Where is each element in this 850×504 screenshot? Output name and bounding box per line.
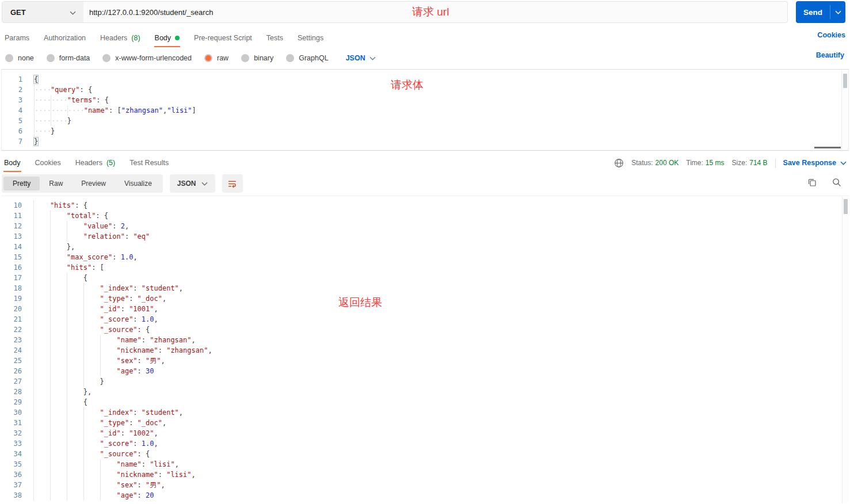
line-number: 18 [1,283,22,293]
response-view-visualize[interactable]: Visualize [115,177,161,190]
line-number: 38 [1,490,22,501]
code-line: 14 }, [1,242,849,252]
request-tab-pre-request-script[interactable]: Pre-request Script [194,34,252,42]
line-number: 2 [2,85,22,95]
method-select[interactable]: GET [2,2,83,22]
request-tabs: ParamsAuthorizationHeaders(8)BodyPre-req… [0,31,850,45]
request-editor-scrollbar[interactable] [841,70,848,150]
response-view-pretty[interactable]: Pretty [3,177,40,190]
response-language-select[interactable]: JSON [170,174,215,193]
radio-label: binary [254,54,273,62]
status-badge: Status: 200 OK [631,159,679,167]
line-number: 19 [1,293,22,304]
code-line: 6····} [2,126,848,136]
response-view-preview[interactable]: Preview [72,177,115,190]
body-type-none[interactable]: none [5,54,34,62]
save-response-button[interactable]: Save Response [783,159,847,167]
line-number: 25 [1,356,22,366]
chevron-down-icon [369,56,376,60]
response-body-viewer[interactable]: 10 "hits": {11 "total": {12 "value": 2,1… [1,196,849,504]
code-line: 18 "_index": "student", [1,283,849,293]
radio-icon [47,54,55,62]
code-line: 20 "_id": "1001", [1,304,849,314]
code-line: 36 "nickname": "lisi", [1,469,849,480]
request-tab-params[interactable]: Params [5,34,29,42]
network-globe-icon[interactable] [614,158,624,168]
body-type-x-www-form-urlencoded[interactable]: x-www-form-urlencoded [102,54,192,62]
request-tab-headers[interactable]: Headers(8) [100,34,140,42]
code-line: 30 "_index": "student", [1,407,849,418]
postman-window: GET http://127.0.0.1:9200/student/_searc… [0,0,850,504]
request-url-bar: GET http://127.0.0.1:9200/student/_searc… [2,1,845,23]
copy-icon[interactable] [807,177,817,188]
wrap-text-icon [227,179,237,189]
line-number: 13 [1,231,22,242]
body-type-form-data[interactable]: form-data [47,54,90,62]
line-number: 17 [1,273,22,283]
status-label: Status: [631,159,653,167]
line-number: 5 [2,116,22,126]
line-number: 34 [1,449,22,459]
beautify-link[interactable]: Beautify [816,51,844,59]
code-line: 27 } [1,376,849,387]
tab-label: Headers [75,159,102,167]
line-number: 36 [1,469,22,480]
time-label: Time: [686,159,703,167]
line-number: 27 [1,376,22,387]
tab-label: Body [155,34,171,42]
line-number: 21 [1,314,22,324]
body-type-raw[interactable]: raw [204,54,228,62]
line-number: 11 [1,211,22,221]
line-number: 37 [1,480,22,490]
response-tab-headers[interactable]: Headers(5) [75,159,116,167]
radio-icon [204,54,212,62]
scrollbar-thumb[interactable] [844,199,848,214]
code-line: 37 "sex": "男", [1,480,849,490]
time-value: 15 ms [706,159,725,167]
send-button[interactable]: Send [796,1,845,23]
line-number: 6 [2,126,22,136]
body-type-graphql[interactable]: GraphQL [286,54,328,62]
raw-language-select[interactable]: JSON [346,54,376,62]
radio-icon [286,54,294,62]
code-line: 11 "total": { [1,211,849,221]
send-options-chevron-icon[interactable] [830,1,845,23]
response-scrollbar[interactable] [842,197,849,503]
scrollbar-thumb[interactable] [843,74,847,88]
line-number: 15 [1,252,22,262]
code-line: 28 }, [1,387,849,397]
wrap-lines-button[interactable] [222,174,243,193]
response-editor-actions [807,177,842,188]
search-icon[interactable] [832,177,842,188]
tab-label: Pre-request Script [194,34,252,42]
line-number: 16 [1,262,22,273]
request-editor-hscroll-thumb[interactable] [814,147,841,148]
radio-icon [241,54,249,62]
code-line: 13 "relation": "eq" [1,231,849,242]
status-value: 200 OK [655,159,679,167]
body-type-binary[interactable]: binary [241,54,273,62]
chevron-down-icon [840,161,847,165]
line-number: 4 [2,105,22,116]
url-input[interactable]: http://127.0.0.1:9200/student/_search [83,2,213,22]
line-number: 33 [1,438,22,449]
response-view-raw[interactable]: Raw [40,177,72,190]
response-toolbar: PrettyRawPreviewVisualize JSON [2,174,243,193]
response-tab-test-results[interactable]: Test Results [129,159,169,167]
radio-label: x-www-form-urlencoded [115,54,192,62]
code-line: 29 { [1,397,849,407]
request-body-annotation: 请求体 [391,78,424,93]
response-tab-body[interactable]: Body [4,159,21,167]
request-tab-settings[interactable]: Settings [298,34,323,42]
request-tab-body[interactable]: Body [155,34,180,42]
cookies-link[interactable]: Cookies [817,31,845,39]
request-tab-authorization[interactable]: Authorization [44,34,86,42]
save-response-label: Save Response [783,159,836,167]
request-tab-tests[interactable]: Tests [266,34,283,42]
response-meta: Status: 200 OK Time: 15 ms Size: 714 B S… [614,155,847,170]
response-tab-cookies[interactable]: Cookies [35,159,61,167]
code-line: 26 "age": 30 [1,366,849,376]
code-line: 19 "_type": "_doc", [1,293,849,304]
request-body-editor[interactable]: 1{2····"query": {3········"terms": {4···… [1,69,849,151]
method-label: GET [10,8,26,17]
